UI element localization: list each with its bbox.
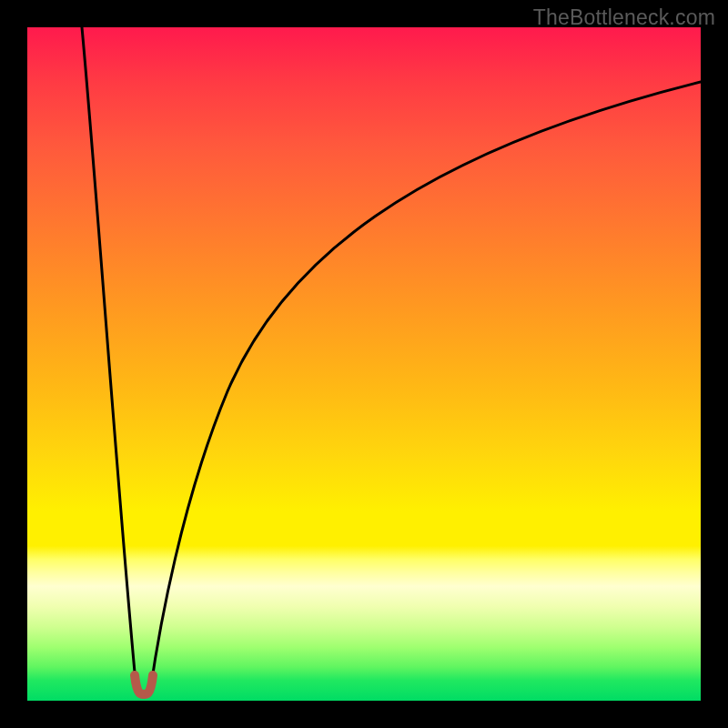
curve-right-branch [150, 82, 701, 692]
curve-left-branch [82, 27, 136, 692]
chart-svg [27, 27, 701, 701]
minimum-marker [135, 675, 153, 694]
watermark-text: TheBottleneck.com [533, 5, 715, 30]
chart-plot-area [27, 27, 701, 701]
